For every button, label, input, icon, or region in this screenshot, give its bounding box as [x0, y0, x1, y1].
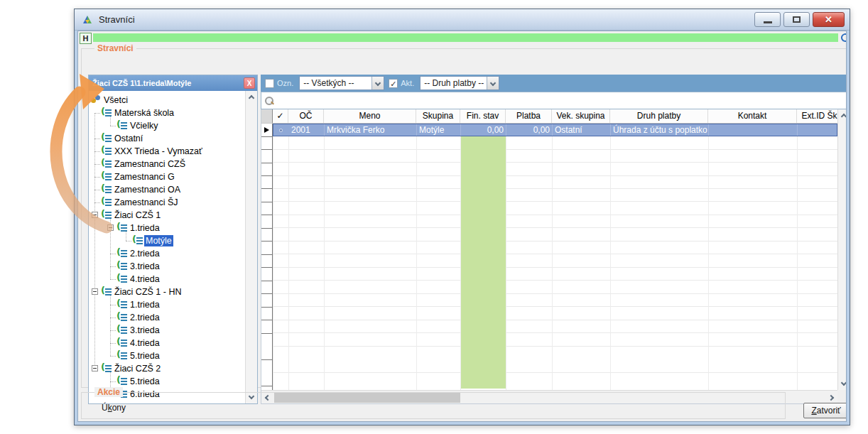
- table-rows-area[interactable]: 2001Mrkvička FerkoMotýle0,000,00OstatníÚ…: [261, 124, 837, 390]
- column-header-druh-platby[interactable]: Druh platby: [610, 109, 708, 124]
- zatvorit-button[interactable]: Zatvoriť: [803, 403, 847, 418]
- tree-item-label: Motýle: [144, 235, 173, 246]
- group-icon: (: [101, 364, 112, 373]
- tree-item-zamestnanci-g[interactable]: (Zamestnanci G: [89, 170, 245, 183]
- vertical-scrollbar[interactable]: [837, 109, 847, 390]
- column-header-fin-stav[interactable]: Fin. stav: [460, 109, 506, 124]
- desktop-stage: Stravníci ✕ H Stravníci Žiaci CZŠ: [0, 0, 868, 434]
- tree-item-2-trieda[interactable]: (2.trieda: [89, 311, 245, 324]
- akcie-groupbox: Akcie Úkony: [81, 392, 786, 419]
- ozn-checkbox[interactable]: [265, 79, 274, 88]
- tree-path-label: Žiaci CZŠ 1\1.trieda\Motýle: [92, 79, 244, 87]
- row-cell-o-: 2001: [289, 124, 325, 136]
- group-icon: (: [101, 159, 112, 168]
- stravnici-group-label: Stravníci: [94, 43, 136, 53]
- column-header-o-[interactable]: OČ: [288, 109, 324, 124]
- scroll-down-icon[interactable]: [838, 376, 847, 389]
- tree-item-5-trieda[interactable]: (5.trieda: [89, 375, 245, 388]
- tree-item-label: Materská škola: [113, 107, 175, 119]
- minimize-button[interactable]: [754, 12, 781, 27]
- table-row[interactable]: 2001Mrkvička FerkoMotýle0,000,00OstatníÚ…: [273, 124, 837, 136]
- tree-item-xxx-trieda-vymaza-[interactable]: (XXX Trieda - Vymazať: [89, 145, 245, 158]
- tree-item-label: Žiaci CZŠ 2: [113, 363, 162, 374]
- group-icon: (: [101, 134, 112, 143]
- column-header-meno[interactable]: Meno: [324, 109, 416, 124]
- close-window-button[interactable]: ✕: [813, 12, 845, 27]
- tree-expander-minus[interactable]: [107, 224, 114, 231]
- tree-item-label: Všetci: [102, 94, 129, 106]
- tree-item--iaci-cz-1-hn[interactable]: (Žiaci CZŠ 1 - HN: [89, 286, 245, 298]
- tree-item-v-etci[interactable]: Všetci: [89, 94, 245, 107]
- tree-item-ostatn-[interactable]: (Ostatní: [89, 132, 245, 145]
- tree-item-label: 2.trieda: [129, 248, 161, 259]
- header-corner-cell: [261, 109, 273, 124]
- row-cell-skupina: Motýle: [417, 124, 461, 136]
- group-icon: (: [132, 236, 143, 245]
- column-header-ext-id-k[interactable]: Ext.ID Šk: [797, 109, 837, 124]
- tree-expander-minus[interactable]: [92, 212, 98, 218]
- chevron-down-icon: [487, 77, 499, 89]
- tree-list: Všetci(Materská škola(Včielky(Ostatní(XX…: [89, 91, 245, 403]
- row-marker-dot: [279, 129, 283, 132]
- row-cell-druh-platby: Úhrada z účtu s poplatko: [611, 124, 709, 136]
- h-button[interactable]: H: [80, 33, 92, 44]
- group-icon: (: [101, 287, 112, 296]
- refresh-icon[interactable]: [840, 32, 847, 43]
- group-icon: (: [101, 185, 112, 194]
- tree-item-1-trieda[interactable]: (1.trieda: [89, 298, 245, 311]
- all-groups-icon: [90, 95, 101, 104]
- tree-scrollbar[interactable]: [245, 91, 257, 403]
- tree-expander-minus[interactable]: [92, 365, 98, 371]
- group-icon: (: [101, 146, 112, 156]
- window-titlebar[interactable]: Stravníci ✕: [75, 9, 850, 31]
- akcie-group-label: Akcie: [94, 387, 123, 397]
- ukony-menu[interactable]: Úkony: [102, 403, 126, 413]
- tree-close-button[interactable]: X: [244, 77, 255, 89]
- tree-item-zamestnanci-oa[interactable]: (Zamestnanci OA: [89, 183, 245, 196]
- tree-expander-minus[interactable]: [92, 288, 98, 295]
- group-icon: (: [116, 300, 128, 309]
- oznacenie-dropdown[interactable]: -- Všetkých --: [299, 76, 384, 90]
- tree-item--iaci-cz-1[interactable]: (Žiaci CZŠ 1: [89, 209, 245, 222]
- tree-item-4-trieda[interactable]: (4.trieda: [89, 337, 245, 349]
- row-cell-kontakt: [709, 124, 798, 136]
- tree-item-label: Žiaci CZŠ 1: [113, 210, 162, 221]
- tree-item-label: 4.trieda: [129, 337, 161, 349]
- tree-item-2-trieda[interactable]: (2.trieda: [89, 247, 245, 260]
- tree-item-4-trieda[interactable]: (4.trieda: [89, 273, 245, 286]
- tree-item-zamestnanci-j[interactable]: (Zamestnanci ŠJ: [89, 196, 245, 209]
- akt-checkbox[interactable]: ✓: [389, 79, 398, 88]
- druh-platby-dropdown[interactable]: -- Druh platby --: [420, 76, 499, 90]
- group-icon: (: [116, 121, 128, 130]
- tree-item-label: Zamestnanci CZŠ: [113, 158, 187, 170]
- tree-item-label: Zamestnanci OA: [113, 184, 182, 195]
- group-icon: (: [116, 223, 128, 232]
- tree-item-zamestnanci-cz-[interactable]: (Zamestnanci CZŠ: [89, 158, 245, 170]
- tree-scroll-up-icon[interactable]: [246, 92, 257, 104]
- tree-item-3-trieda[interactable]: (3.trieda: [89, 260, 245, 273]
- tree-item-mot-le[interactable]: (Motýle: [89, 234, 245, 247]
- tree-item-1-trieda[interactable]: (1.trieda: [89, 222, 245, 234]
- group-icon: (: [101, 210, 112, 219]
- tree-item-3-trieda[interactable]: (3.trieda: [89, 324, 245, 337]
- group-icon: (: [101, 108, 112, 117]
- maximize-button[interactable]: [783, 12, 810, 27]
- tree-item-5-trieda[interactable]: (5.trieda: [89, 349, 245, 362]
- tree-item-label: 4.trieda: [129, 273, 161, 285]
- column-header-vek-skupina[interactable]: Vek. skupina: [552, 109, 610, 124]
- tree-item-label: Žiaci CZŠ 1 - HN: [113, 286, 183, 298]
- tree-item-matersk-kola[interactable]: (Materská škola: [89, 107, 245, 119]
- search-input[interactable]: [274, 94, 847, 108]
- column-header-kontakt[interactable]: Kontakt: [708, 109, 797, 124]
- column-header-platba[interactable]: Platba: [506, 109, 552, 124]
- column-header-skupina[interactable]: Skupina: [416, 109, 460, 124]
- group-icon: (: [101, 197, 112, 207]
- tree-item--iaci-cz-2[interactable]: (Žiaci CZŠ 2: [89, 362, 245, 375]
- tree-item-label: 3.trieda: [129, 325, 161, 336]
- scroll-up-icon[interactable]: [838, 110, 847, 123]
- tree-item-v-ielky[interactable]: (Včielky: [89, 119, 245, 132]
- group-tree-panel: Žiaci CZŠ 1\1.trieda\Motýle X Všetci(Mat…: [88, 75, 258, 404]
- chevron-down-icon: [371, 77, 384, 89]
- row-cell-meno: Mrkvička Ferko: [325, 124, 417, 136]
- column-header--[interactable]: ✓: [273, 109, 288, 124]
